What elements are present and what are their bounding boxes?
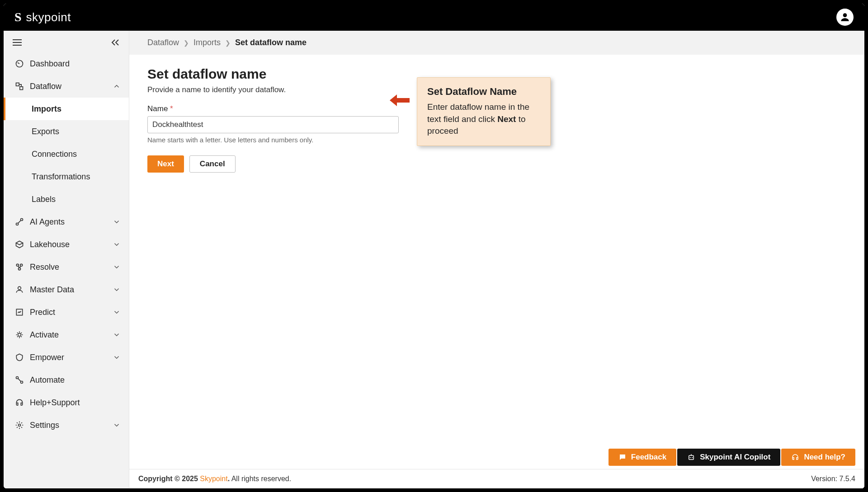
svg-point-11 [18,333,21,337]
chevron-down-icon [113,331,121,339]
chevron-down-icon [113,218,121,226]
sidebar-item-label: AI Agents [30,217,65,227]
svg-point-8 [19,268,21,270]
sidebar-item-transformations[interactable]: Transformations [4,165,129,188]
empower-icon [14,352,24,362]
activate-icon [14,330,24,340]
dataflow-icon [14,81,24,91]
sidebar-item-resolve[interactable]: Resolve [4,256,129,278]
footer: Copyright © 2025 Skypoint. All rights re… [129,469,864,488]
svg-rect-3 [20,87,23,90]
sidebar-item-dataflow[interactable]: Dataflow [4,75,129,98]
sidebar-item-dashboard[interactable]: Dashboard [4,52,129,75]
hamburger-icon [13,39,22,46]
sidebar-item-master-data[interactable]: Master Data [4,278,129,301]
feedback-button[interactable]: Feedback [609,449,676,466]
sidebar-item-label: Dataflow [30,82,61,91]
sidebar-item-label: Resolve [30,262,59,272]
label-text: Name [147,104,168,113]
sidebar-item-predict[interactable]: Predict [4,301,129,323]
user-icon [839,11,851,23]
sidebar-item-label: Automate [30,375,65,385]
sidebar-item-label: Imports [32,104,61,114]
robot-icon [687,453,695,461]
dataflow-name-input[interactable] [147,116,399,133]
user-avatar[interactable] [836,9,854,26]
chevron-up-icon [113,82,121,90]
sidebar-item-label: Lakehouse [30,240,70,249]
annotation-callout: Set Dataflow Name Enter dataflow name in… [417,77,551,146]
brand-name: skypoint [26,10,71,24]
chat-icon [618,453,627,461]
callout-title: Set Dataflow Name [427,86,540,98]
hamburger-menu[interactable] [10,35,24,50]
sidebar-item-label: Transformations [32,172,90,182]
chevron-down-icon [113,240,121,248]
svg-rect-15 [689,455,694,459]
chip-label: Feedback [631,453,666,462]
sidebar-item-label: Labels [32,195,56,204]
sidebar-item-lakehouse[interactable]: Lakehouse [4,233,129,256]
chevron-right-icon: ❯ [184,39,189,47]
need-help-button[interactable]: Need help? [781,449,855,466]
sidebar-item-label: Master Data [30,285,74,295]
chevron-down-icon [113,263,121,271]
sidebar-item-label: Settings [30,421,59,430]
breadcrumb-item[interactable]: Imports [193,38,221,47]
chevron-down-icon [113,286,121,294]
ai-agents-icon [14,217,24,227]
footer-text: All rights reserved. [230,475,291,483]
sidebar-item-labels[interactable]: Labels [4,188,129,211]
sidebar-item-label: Empower [30,353,64,362]
sidebar-item-automate[interactable]: Automate [4,369,129,391]
chip-label: Need help? [804,453,845,462]
sidebar-item-connections[interactable]: Connections [4,143,129,165]
bottom-actions: Feedback Skypoint AI Copilot Need help? [609,449,855,466]
annotation-arrow-icon [390,94,410,108]
settings-icon [14,420,24,430]
collapse-sidebar-button[interactable] [108,35,123,50]
sidebar-item-label: Connections [32,150,77,159]
sidebar-item-label: Help+Support [30,398,80,408]
lakehouse-icon [14,239,24,249]
brand[interactable]: S skypoint [14,10,71,24]
sidebar-item-activate[interactable]: Activate [4,323,129,346]
sidebar: Dashboard Dataflow Imports Exports Conne… [4,31,129,488]
footer-company-link[interactable]: Skypoint [200,475,227,483]
svg-point-16 [690,457,691,458]
content-card: Set dataflow name Provide a name to iden… [129,55,864,488]
required-marker: * [170,104,173,113]
breadcrumb: Dataflow ❯ Imports ❯ Set dataflow name [129,31,864,55]
topbar: S skypoint [4,4,864,31]
sidebar-item-settings[interactable]: Settings [4,414,129,436]
sidebar-item-empower[interactable]: Empower [4,346,129,369]
headset-icon [791,453,799,461]
cancel-button[interactable]: Cancel [189,155,236,173]
next-button[interactable]: Next [147,155,184,173]
svg-point-17 [692,457,693,458]
callout-bold: Next [497,114,516,124]
footer-text: Copyright © 2025 [138,475,200,483]
copyright: Copyright © 2025 Skypoint. All rights re… [138,475,291,483]
sidebar-item-imports[interactable]: Imports [4,98,129,120]
help-support-icon [14,398,24,408]
master-data-icon [14,285,24,295]
callout-body: Enter dataflow name in the text field an… [427,101,540,137]
resolve-icon [14,262,24,272]
version: Version: 7.5.4 [811,475,855,483]
chevron-down-icon [113,421,121,429]
chevron-down-icon [113,308,121,316]
svg-point-0 [843,13,847,17]
sidebar-nav: Dashboard Dataflow Imports Exports Conne… [4,52,129,488]
breadcrumb-item-current: Set dataflow name [235,38,307,47]
sidebar-item-exports[interactable]: Exports [4,120,129,143]
chevron-double-left-icon [111,39,120,46]
brand-logo-icon: S [14,10,22,24]
breadcrumb-item[interactable]: Dataflow [147,38,179,47]
svg-rect-2 [16,83,19,86]
sidebar-item-ai-agents[interactable]: AI Agents [4,211,129,233]
sidebar-item-label: Activate [30,330,59,340]
svg-point-9 [18,286,21,290]
sidebar-item-help-support[interactable]: Help+Support [4,391,129,414]
ai-copilot-button[interactable]: Skypoint AI Copilot [677,449,780,466]
